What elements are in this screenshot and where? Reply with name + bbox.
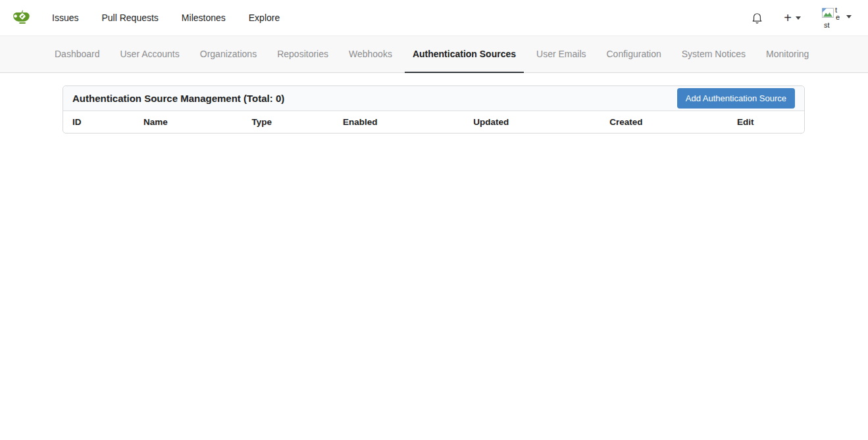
caret-down-icon: [846, 15, 852, 18]
column-header-edit: Edit: [728, 111, 804, 133]
auth-source-panel: Authentication Source Management (Total:…: [63, 86, 805, 134]
navbar-right: + t e st: [752, 7, 852, 29]
tab-repositories[interactable]: Repositories: [269, 36, 336, 73]
panel-header: Authentication Source Management (Total:…: [63, 86, 804, 111]
auth-sources-table: ID Name Type Enabled Updated Created Edi…: [63, 111, 804, 133]
tab-dashboard[interactable]: Dashboard: [47, 36, 108, 73]
tab-user-accounts[interactable]: User Accounts: [113, 36, 188, 73]
column-header-name: Name: [134, 111, 242, 133]
column-header-id: ID: [63, 111, 134, 133]
tab-authentication-sources[interactable]: Authentication Sources: [405, 36, 524, 73]
column-header-updated: Updated: [464, 111, 600, 133]
column-header-enabled: Enabled: [334, 111, 464, 133]
tab-monitoring[interactable]: Monitoring: [758, 36, 817, 73]
tab-user-emails[interactable]: User Emails: [528, 36, 594, 73]
column-header-created: Created: [600, 111, 728, 133]
broken-image-icon: [822, 8, 834, 18]
nav-link-pull-requests[interactable]: Pull Requests: [101, 12, 158, 23]
teacup-icon: [12, 7, 33, 28]
create-new-dropdown[interactable]: +: [784, 11, 801, 24]
caret-down-icon: [796, 16, 801, 20]
tab-webhooks[interactable]: Webhooks: [341, 36, 400, 73]
top-navbar: Issues Pull Requests Milestones Explore …: [0, 0, 868, 36]
avatar-broken-image: t e st: [822, 7, 842, 29]
avatar-alt-text: e: [836, 14, 840, 21]
nav-links: Issues Pull Requests Milestones Explore: [52, 12, 280, 23]
tab-configuration[interactable]: Configuration: [599, 36, 669, 73]
nav-link-issues[interactable]: Issues: [52, 12, 78, 23]
user-menu-dropdown[interactable]: t e st: [822, 7, 852, 29]
admin-tabbar: Dashboard User Accounts Organizations Re…: [0, 36, 868, 73]
gitea-logo-icon[interactable]: [12, 7, 33, 28]
column-header-type: Type: [242, 111, 333, 133]
table-header-row: ID Name Type Enabled Updated Created Edi…: [63, 111, 804, 133]
panel-title: Authentication Source Management (Total:…: [72, 93, 284, 104]
nav-link-explore[interactable]: Explore: [249, 12, 280, 23]
nav-link-milestones[interactable]: Milestones: [182, 12, 226, 23]
avatar-alt-text: st: [824, 22, 830, 29]
notifications-bell-icon[interactable]: [752, 12, 763, 24]
tab-organizations[interactable]: Organizations: [192, 36, 265, 73]
plus-icon: +: [784, 11, 792, 24]
tab-system-notices[interactable]: System Notices: [674, 36, 753, 73]
add-authentication-source-button[interactable]: Add Authentication Source: [677, 88, 795, 109]
